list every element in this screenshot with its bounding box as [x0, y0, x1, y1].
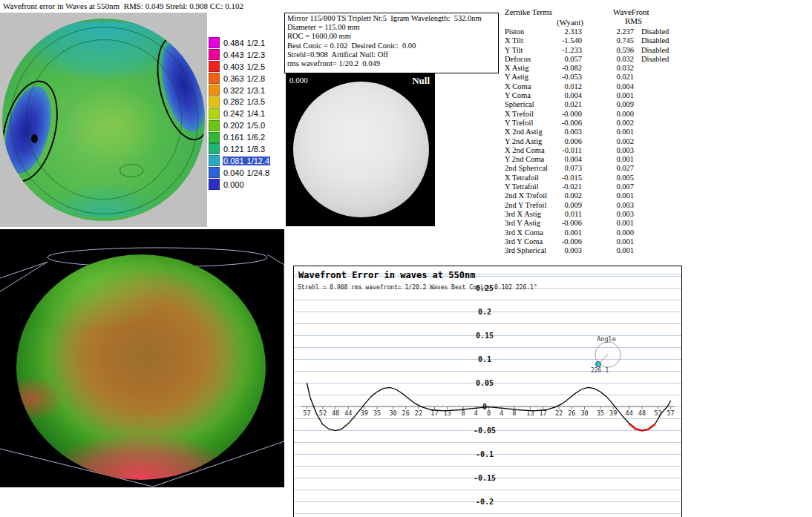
zernike-wyant-value: 0.073: [555, 164, 582, 173]
legend-value: 0.363: [223, 74, 244, 83]
zernike-wyant-value: 0.012: [555, 82, 582, 91]
zernike-disabled-toggle[interactable]: Disabled: [634, 36, 675, 45]
zernike-disabled-toggle[interactable]: [634, 100, 675, 109]
zernike-row: X Tilt -1.540 0.745 Disabled: [503, 36, 681, 45]
profile-red-segment: [629, 424, 655, 431]
zernike-term: 2nd Y Trefoil: [503, 201, 555, 210]
zernike-disabled-toggle[interactable]: [634, 91, 675, 100]
zernike-row: X Trefoil -0.000 0.000: [503, 110, 681, 119]
legend-label: 0.2421/4.1: [223, 109, 266, 118]
zernike-disabled-toggle[interactable]: [634, 119, 675, 128]
zernike-disabled-toggle[interactable]: [634, 210, 675, 219]
legend-row[interactable]: 0.0401/24.8: [209, 167, 294, 179]
x-tick-label: 53: [654, 409, 661, 417]
info-line: rms wavefront= 1/20.2 0.049: [287, 59, 496, 68]
angle-dial-handle[interactable]: [596, 362, 601, 367]
zernike-term: Defocus: [503, 55, 555, 64]
zernike-disabled-toggle[interactable]: [634, 64, 675, 73]
zernike-disabled-toggle[interactable]: [634, 237, 675, 246]
zernike-row: Y Astig -0.053 0.021: [503, 73, 681, 82]
angle-value: 226.1: [591, 367, 609, 374]
zernike-wyant-value: -1.233: [555, 46, 582, 55]
wavefront-contour-map: [2, 19, 205, 221]
zernike-disabled-toggle[interactable]: [634, 191, 675, 200]
legend-value: 0.242: [223, 109, 244, 118]
legend-label: 0.4431/2.3: [223, 50, 266, 59]
zernike-disabled-toggle[interactable]: [634, 228, 675, 237]
info-line: Strehl=0.908 Artifical Null: Off: [287, 50, 496, 59]
zernike-term: 2nd Spherical: [503, 164, 555, 173]
x-tick-label: 22: [415, 409, 422, 417]
legend-label: 0.2021/5.0: [223, 121, 266, 130]
wireframe-line: [267, 254, 284, 265]
zernike-disabled-toggle[interactable]: Disabled: [634, 27, 675, 36]
zernike-disabled-toggle[interactable]: [634, 110, 675, 119]
info-line: Mirror 115/800 TS Triplett Nr.5 Igram Wa…: [287, 14, 496, 23]
zernike-disabled-toggle[interactable]: [634, 164, 675, 173]
zernike-terms-panel: Zernike Terms (Wyant) WaveFront RMS Pist…: [503, 6, 681, 258]
legend-color-swatch: [209, 49, 220, 60]
x-tick-label: 8: [462, 409, 465, 417]
legend-row[interactable]: 0.000: [209, 179, 294, 191]
zernike-disabled-toggle[interactable]: Disabled: [634, 55, 675, 64]
zernike-disabled-toggle[interactable]: [634, 128, 675, 136]
legend-color-swatch: [209, 73, 220, 84]
x-tick-label: 22: [555, 409, 563, 417]
zernike-disabled-toggle[interactable]: [634, 73, 675, 82]
y-tick-label: 0.05: [476, 379, 494, 387]
zernike-row: Y Trefoil -0.006 0.002: [503, 119, 681, 128]
legend-fraction: 1/2.8: [247, 74, 265, 83]
zernike-row: X 2nd Coma -0.011 0.003: [503, 146, 681, 155]
x-tick-label: 26: [568, 409, 575, 417]
legend-fraction: 1/24.8: [247, 168, 270, 177]
legend-row[interactable]: 0.2021/5.0: [209, 119, 294, 131]
zernike-disabled-toggle[interactable]: [634, 246, 675, 255]
legend-row[interactable]: 0.1611/6.2: [209, 131, 294, 143]
legend-row[interactable]: 0.4031/2.5: [209, 61, 294, 73]
zernike-wyant-value: -0.021: [555, 182, 582, 191]
zernike-disabled-toggle[interactable]: [634, 182, 675, 191]
legend-color-swatch: [209, 61, 220, 72]
zernike-wyant-value: 0.001: [555, 228, 582, 237]
zernike-disabled-toggle[interactable]: [634, 219, 675, 228]
zernike-disabled-toggle[interactable]: [634, 82, 675, 91]
legend-fraction: 1/3.1: [247, 86, 265, 95]
legend-label: 0.1611/6.2: [223, 133, 266, 142]
legend-row[interactable]: 0.4431/2.3: [209, 49, 294, 61]
zernike-rms-value: 0.021: [582, 73, 634, 82]
legend-value: 0.202: [223, 121, 244, 130]
zernike-rms-value: 0.001: [582, 128, 634, 136]
legend-row[interactable]: 0.3631/2.8: [209, 73, 294, 85]
zernike-col-wyant: (Wyant): [557, 18, 583, 27]
zernike-row: Y 2nd Astig 0.006 0.002: [503, 137, 681, 146]
zernike-rms-value: 0.005: [582, 174, 634, 182]
legend-color-swatch: [209, 96, 220, 108]
wireframe-line: [0, 262, 48, 278]
legend-fraction: 1/8.3: [247, 145, 265, 154]
y-tick-label: 0.2: [478, 308, 491, 316]
legend-row[interactable]: 0.2821/3.5: [209, 96, 294, 108]
zernike-disabled-toggle[interactable]: [634, 137, 675, 146]
legend-row[interactable]: 0.2421/4.1: [209, 108, 294, 119]
zernike-disabled-toggle[interactable]: [634, 174, 675, 182]
zernike-wyant-value: -0.006: [555, 219, 582, 228]
zernike-disabled-toggle[interactable]: [634, 146, 675, 155]
legend-row[interactable]: 0.4841/2.1: [209, 37, 294, 49]
zernike-disabled-toggle[interactable]: [634, 201, 675, 210]
legend-row[interactable]: 0.3221/3.1: [209, 85, 294, 96]
zernike-disabled-toggle[interactable]: Disabled: [634, 46, 675, 55]
zernike-wyant-value: 2.313: [555, 27, 582, 36]
zernike-row: 3rd X Coma 0.001 0.000: [503, 228, 681, 237]
zernike-wyant-value: -0.015: [555, 174, 582, 182]
zernike-disabled-toggle[interactable]: [634, 155, 675, 164]
legend-value: 0.040: [223, 168, 244, 177]
legend-row[interactable]: 0.1211/8.3: [209, 143, 294, 155]
zernike-row: Y Coma 0.004 0.001: [503, 91, 681, 100]
null-mode-label: Null: [412, 75, 430, 87]
zernike-rms-value: 0.027: [582, 164, 634, 173]
zernike-rms-value: 0.745: [582, 36, 634, 45]
angle-label: Angle: [597, 335, 616, 343]
y-tick-label: 0.15: [476, 332, 494, 340]
legend-label: 0.3631/2.8: [223, 74, 266, 83]
legend-row[interactable]: 0.0811/12.4: [209, 155, 294, 167]
